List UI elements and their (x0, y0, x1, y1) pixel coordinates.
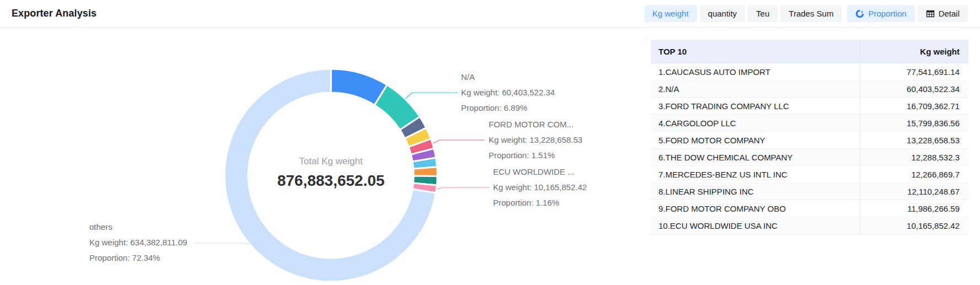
table-row-10: 10.ECU WORLDWIDE USA INC10,165,852.42 (651, 217, 968, 234)
table-header-top10: TOP 10 (651, 40, 860, 63)
table-row-3: 3.FORD TRADING COMPANY LLC16,709,362.71 (651, 98, 968, 115)
value-cell: 13,228,658.53 (860, 132, 968, 148)
value-cell: 15,799,836.56 (860, 115, 968, 131)
value-cell: 60,403,522.34 (860, 80, 968, 97)
donut-slice-linear-shipping-inc[interactable] (414, 167, 438, 176)
value-cell: 10,165,852.42 (860, 217, 968, 234)
label-line-n-a (405, 93, 458, 99)
label-line-ecu-worldwide-usa-inc (437, 187, 489, 189)
label-line-ford-motor-company (433, 140, 485, 143)
slice-label-proportion: Proportion: 1.16% (493, 195, 587, 211)
table-row-5: 5.FORD MOTOR COMPANY13,228,658.53 (651, 132, 968, 149)
toolbar: Kg weightquantityTeuTrades Sum Proportio… (644, 5, 968, 22)
table-row-9: 9.FORD MOTOR COMPANY OBO11,986,266.59 (651, 200, 968, 217)
page-header: Exporter Analysis Kg weightquantityTeuTr… (0, 0, 980, 28)
view-buttons: ProportionDetail (847, 5, 968, 22)
pie-chart-icon (855, 9, 864, 18)
table-header-row: TOP 10 Kg weight (651, 40, 968, 63)
slice-label-name: ECU WORLDWIDE ... (493, 164, 587, 180)
value-cell: 77,541,691.14 (860, 63, 968, 80)
company-cell: 9.FORD MOTOR COMPANY OBO (651, 200, 860, 217)
tab-quantity[interactable]: quantity (700, 5, 746, 22)
company-cell: 6.THE DOW CHEMICAL COMPANY (651, 149, 860, 165)
slice-label-proportion: Proportion: 6.89% (461, 100, 555, 116)
slice-label-others: othersKg weight: 634,382,811.09Proportio… (89, 219, 187, 266)
table-body: 1.CAUCASUS AUTO IMPORT77,541,691.142.N/A… (651, 63, 968, 234)
chart-center: Total Kg weight 876,883,652.05 (248, 156, 414, 190)
table-row-8: 8.LINEAR SHIPPING INC12,110,248.67 (651, 183, 968, 200)
value-cell: 12,288,532.3 (860, 149, 968, 165)
table-icon (926, 9, 935, 18)
value-cell: 12,266,869.7 (860, 166, 968, 182)
button-label: Detail (939, 9, 960, 18)
button-label: Proportion (868, 9, 906, 18)
label-line-others (194, 243, 249, 244)
table-row-2: 2.N/A60,403,522.34 (651, 80, 968, 98)
table-header-kg-weight: Kg weight (860, 40, 968, 63)
company-cell: 7.MERCEDES-BENZ US INTL INC (651, 166, 860, 182)
slice-label-name: N/A (461, 69, 555, 85)
table-row-7: 7.MERCEDES-BENZ US INTL INC12,266,869.7 (651, 166, 968, 183)
value-cell: 11,986,266.59 (860, 200, 968, 217)
company-cell: 10.ECU WORLDWIDE USA INC (651, 217, 860, 234)
slice-label-kg-weight: Kg weight: 60,403,522.34 (461, 85, 555, 100)
value-cell: 16,709,362.71 (860, 98, 968, 114)
slice-label-kg-weight: Kg weight: 10,165,852.42 (493, 180, 587, 195)
page-title: Exporter Analysis (12, 8, 97, 19)
company-cell: 2.N/A (651, 80, 860, 97)
slice-label-ford-motor-company: FORD MOTOR COM...Kg weight: 13,228,658.5… (489, 117, 582, 163)
tab-kg-weight[interactable]: Kg weight (644, 5, 697, 22)
company-cell: 1.CAUCASUS AUTO IMPORT (651, 63, 860, 80)
table-row-4: 4.CARGOLOOP LLC15,799,836.56 (651, 115, 968, 132)
table-row-1: 1.CAUCASUS AUTO IMPORT77,541,691.14 (651, 63, 968, 80)
slice-label-kg-weight: Kg weight: 13,228,658.53 (489, 132, 582, 148)
company-cell: 5.FORD MOTOR COMPANY (651, 132, 860, 148)
proportion-button[interactable]: Proportion (847, 5, 914, 22)
tab-trades-sum[interactable]: Trades Sum (780, 5, 842, 22)
table-row-6: 6.THE DOW CHEMICAL COMPANY12,288,532.3 (651, 149, 968, 166)
slice-label-name: others (89, 219, 187, 235)
detail-button[interactable]: Detail (918, 5, 968, 22)
value-cell: 12,110,248.67 (860, 183, 968, 200)
slice-label-ecu-worldwide-usa-inc: ECU WORLDWIDE ...Kg weight: 10,165,852.4… (493, 164, 587, 211)
slice-label-n-a: N/AKg weight: 60,403,522.34Proportion: 6… (461, 69, 555, 116)
company-cell: 4.CARGOLOOP LLC (651, 115, 860, 131)
tab-teu[interactable]: Teu (748, 5, 778, 22)
chart-center-label: Total Kg weight (248, 156, 414, 167)
company-cell: 3.FORD TRADING COMPANY LLC (651, 98, 860, 114)
slice-label-proportion: Proportion: 1.51% (489, 148, 582, 163)
slice-label-kg-weight: Kg weight: 634,382,811.09 (89, 235, 187, 250)
chart-center-value: 876,883,652.05 (248, 172, 414, 190)
company-cell: 8.LINEAR SHIPPING INC (651, 183, 860, 200)
slice-label-proportion: Proportion: 72.34% (89, 250, 187, 266)
slice-label-name: FORD MOTOR COM... (489, 117, 582, 132)
metric-tabs: Kg weightquantityTeuTrades Sum (644, 5, 842, 22)
top10-table: TOP 10 Kg weight 1.CAUCASUS AUTO IMPORT7… (651, 40, 968, 234)
